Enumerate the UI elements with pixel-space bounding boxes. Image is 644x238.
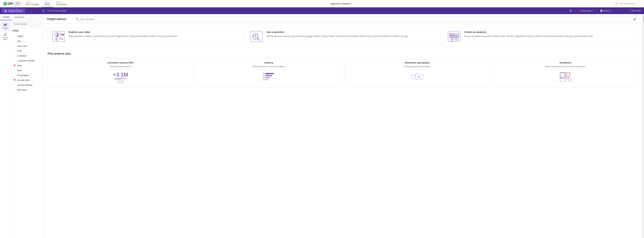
kpi-analysis-card[interactable]: Calculated measure (KPI) Show calculated…: [48, 58, 193, 87]
search-icon: 🔍: [615, 2, 618, 5]
field-label: Customer: [17, 55, 27, 57]
field-item-city[interactable]: ·City: [11, 39, 44, 44]
kpi-card-desc: Show calculated measure.: [50, 65, 190, 68]
field-item-invoicenumber[interactable]: ·Invoice Number: [11, 83, 44, 87]
panel-tabs: Assets Properties: [0, 14, 44, 21]
explore-data-card[interactable]: Explore your data Make selections in fie…: [48, 27, 243, 47]
fields-list: ·%KEY·City·City Code·Cost·Customer·Custo…: [11, 34, 44, 238]
breakdown-card-title: Breakdown: [496, 61, 636, 64]
no-selections-text: No selections applied: [48, 10, 66, 12]
explore-card-title: Explore your data: [68, 31, 178, 33]
properties-tab[interactable]: Properties: [12, 14, 27, 20]
selection-back-button[interactable]: ←: [29, 9, 34, 13]
ask-card-text: Ask a question Use the search bar above …: [266, 31, 408, 38]
kpi-card-title: Calculated measure (KPI): [50, 61, 190, 64]
geo-card-desc: Show geographical contributions.: [347, 65, 487, 68]
field-item-key[interactable]: ·%KEY: [11, 34, 44, 39]
create-card-text: Create an analysis Choose an analysis ty…: [464, 31, 593, 38]
right-scrollbar[interactable]: [642, 14, 644, 238]
toolbar: Insight Advisor ← → ⊘ No selections appl…: [0, 8, 644, 14]
next-sheet-button[interactable]: ›: [621, 9, 624, 13]
info-cards: Explore your data Make selections in fie…: [48, 27, 638, 47]
geo-analysis-card[interactable]: Breakdown (geospatial) Show geographical…: [344, 58, 490, 87]
prev-sheet-button[interactable]: ‹: [617, 9, 620, 13]
ranking-card-desc: Show dimensions in order of contribution…: [199, 65, 339, 68]
field-label: Invoice Number: [17, 84, 32, 86]
fields-icon-button[interactable]: Fields: [1, 22, 10, 31]
edit-sheet-button[interactable]: ✏ Edit sheet: [628, 9, 642, 13]
qlik-logo-circle: [3, 2, 7, 6]
grid-view-button[interactable]: ⊞: [568, 9, 573, 13]
insight-search-icon: 🔍: [76, 18, 79, 21]
insight-advisor-icon: [4, 10, 7, 12]
bookmarks-button[interactable]: 🔖 Bookmarks ▾: [577, 9, 594, 13]
svg-rect-37: [266, 79, 268, 80]
field-item-customer[interactable]: ·Customer: [11, 53, 44, 58]
fields-title: Fields: [12, 29, 42, 32]
insight-search-input[interactable]: [80, 18, 632, 21]
field-item-desc[interactable]: ·Desc: [11, 68, 44, 73]
explore-card-desc: Make selections in fields or master item…: [68, 35, 178, 38]
ranking-analysis-card[interactable]: Ranking Show dimensions in order of cont…: [196, 58, 342, 87]
insight-advisor-button[interactable]: Insight Advisor: [2, 9, 25, 13]
insight-search-bar[interactable]: 🔍 🎤: [73, 17, 639, 22]
field-item-date[interactable]: 📅Date: [11, 63, 44, 68]
svg-point-16: [56, 38, 58, 40]
nav-center: Beginner's tutorial ▾: [69, 2, 612, 6]
master-items-icon-button[interactable]: Master items: [1, 31, 10, 42]
field-item-cost[interactable]: ·Cost: [11, 49, 44, 53]
narrate-tab[interactable]: Narrate Storytelling: [53, 0, 69, 7]
svg-rect-33: [266, 75, 272, 76]
field-item-invoicedate[interactable]: 📅Invoice Date: [11, 78, 44, 83]
svg-point-8: [6, 35, 7, 36]
separator-2: [575, 9, 575, 13]
ask-insight-advisor-button[interactable]: 🔍 Ask Insight Advisor: [612, 1, 643, 6]
assets-tab[interactable]: Assets: [0, 14, 12, 20]
field-label: GrossSales: [17, 74, 28, 77]
geo-visual: [347, 71, 487, 84]
field-label: City: [17, 40, 21, 43]
assets-sidebar: Fields Master items: [0, 21, 44, 238]
svg-line-23: [258, 39, 259, 40]
svg-line-10: [5, 34, 6, 35]
field-item-citycode[interactable]: ·City Code: [11, 44, 44, 49]
field-label: %KEY: [17, 35, 24, 38]
ask-question-card[interactable]: Ask a question Use the search bar above …: [246, 27, 440, 47]
search-assets-input[interactable]: [12, 22, 42, 26]
selection-forward-button[interactable]: →: [35, 9, 40, 13]
field-label: Date: [17, 64, 22, 67]
sheets-button[interactable]: 📄 Sheets ▾: [599, 9, 612, 13]
svg-rect-11: [52, 31, 64, 42]
create-analysis-card[interactable]: Create an analysis Choose an analysis ty…: [443, 27, 638, 47]
fields-icon: [4, 23, 7, 27]
breakdown-card-desc: Show multiple dimensions in order of con…: [496, 65, 636, 68]
ranking-visual: [199, 71, 339, 84]
kpi-visual: +3.1M: [50, 71, 190, 84]
toolbar-right: ⊞ 🔖 Bookmarks ▾ 📄 Sheets ▾ ‹ › ✏ Edit sh…: [568, 9, 642, 13]
more-options-button[interactable]: •••: [14, 2, 21, 6]
top-nav: Qlik ••• Prepare Data manager Analyze Sh…: [0, 0, 644, 8]
grid-icon: ⊞: [570, 9, 572, 13]
calendar-icon: 📅: [13, 65, 16, 67]
qlik-logo-text: Qlik: [8, 2, 13, 5]
field-label: City Code: [17, 45, 27, 47]
analysis-cards: Calculated measure (KPI) Show calculated…: [48, 58, 638, 87]
svg-point-7: [4, 35, 5, 36]
field-label: Customer Number: [17, 59, 35, 62]
insight-content: Insight Advisor 🔍 🎤: [44, 14, 642, 238]
analyze-tab[interactable]: Analyze Sheet: [42, 0, 53, 7]
field-item-grosssales[interactable]: ·GrossSales: [11, 73, 44, 78]
clear-selections-button[interactable]: ⊘: [41, 9, 46, 13]
field-item-itemdesc[interactable]: ·Item Desc: [11, 87, 44, 92]
prepare-tab[interactable]: Prepare Data manager: [23, 0, 42, 7]
app-title-button[interactable]: Beginner's tutorial ▾: [329, 2, 353, 6]
app-title-text: Beginner's tutorial: [330, 2, 349, 5]
field-label: Invoice Date: [17, 79, 29, 81]
explore-card-text: Explore your data Make selections in fie…: [68, 31, 178, 38]
field-item-customernumber[interactable]: ·Customer Number: [11, 58, 44, 63]
microphone-icon[interactable]: 🎤: [633, 18, 636, 21]
svg-rect-32: [263, 73, 265, 74]
separator-1: [27, 9, 27, 13]
geo-card-title: Breakdown (geospatial): [347, 61, 487, 64]
breakdown-analysis-card[interactable]: Breakdown Show multiple dimensions in or…: [493, 58, 638, 87]
